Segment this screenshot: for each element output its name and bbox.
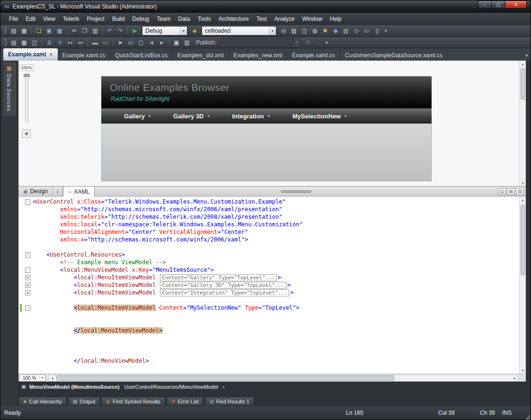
title-bar[interactable]: ∞ ExamplesCS_SL - Microsoft Visual Studi…: [0, 0, 531, 13]
code-line[interactable]: </local:MenuViewModel>: [18, 357, 519, 365]
tab-quickstartlistbox-cs[interactable]: QuickStartListBox.cs: [110, 50, 173, 61]
editor-vertical-scrollbar[interactable]: ▲ ▼: [519, 197, 526, 374]
publish-icon[interactable]: ↺: [302, 37, 313, 47]
start-debugging-icon[interactable]: ▶: [130, 26, 140, 36]
toolbar-overflow-chevron-icon[interactable]: ▾: [323, 40, 330, 45]
find-in-files-icon[interactable]: ◈: [189, 26, 200, 36]
code-line[interactable]: [18, 342, 519, 349]
expand-region-icon[interactable]: +: [25, 283, 30, 288]
collapse-region-icon[interactable]: -: [25, 199, 30, 205]
menu-tools[interactable]: Tools: [194, 14, 215, 24]
code-line[interactable]: [18, 319, 519, 327]
menu-architecture[interactable]: Architecture: [215, 14, 253, 24]
object-browser-icon[interactable]: ◍: [310, 26, 320, 36]
design-zoom-value[interactable]: 100%: [19, 64, 33, 71]
new-project-icon[interactable]: ▤: [9, 26, 19, 36]
split-vertical-button[interactable]: ◫: [498, 188, 506, 195]
toolbar-grip[interactable]: [4, 39, 7, 46]
panel-tab-output[interactable]: ▤Output: [68, 397, 100, 406]
menu-test[interactable]: Test: [253, 14, 271, 24]
resize-grip-icon[interactable]: ◢: [524, 413, 530, 420]
group-icon[interactable]: ▣: [171, 37, 182, 47]
scroll-right-icon[interactable]: ►: [512, 375, 518, 381]
data-table-icon[interactable]: ▦: [19, 37, 29, 47]
code-line[interactable]: [18, 296, 519, 304]
toolbar-overflow-chevron-icon[interactable]: ▾: [382, 28, 389, 33]
save-icon[interactable]: ▣: [44, 26, 54, 36]
design-menu-gallery-3d[interactable]: Gallery 3D▾: [173, 113, 209, 120]
menu-file[interactable]: File: [5, 14, 22, 24]
properties-window-icon[interactable]: ◫: [299, 26, 310, 36]
close-tab-icon[interactable]: ✕: [49, 52, 53, 57]
code-line[interactable]: [18, 312, 519, 319]
code-area[interactable]: -<UserControl x:Class="Telerik.Windows.E…: [18, 197, 519, 374]
expand-region-icon[interactable]: +: [25, 290, 30, 295]
uncomment-icon[interactable]: ▭: [100, 37, 111, 47]
scrollbar-thumb[interactable]: [521, 68, 525, 99]
tab-example-xaml[interactable]: Example.xaml✕: [3, 48, 58, 61]
code-line[interactable]: HorizontalAlignment="Center" VerticalAli…: [18, 228, 519, 236]
document-list-chevron-icon[interactable]: ▾: [523, 53, 531, 61]
scrollbar-thumb[interactable]: [56, 375, 394, 381]
tab-customerssampledatasource-xaml-cs[interactable]: CustomersSampleDataSource.xaml.cs: [340, 50, 448, 61]
menu-team[interactable]: Team: [153, 14, 174, 24]
split-horizontal-button[interactable]: ⊟: [507, 188, 515, 195]
add-item-icon[interactable]: ▦: [19, 26, 29, 36]
tab-examples-new-xml[interactable]: Examples_new.xml: [229, 50, 287, 61]
code-line[interactable]: - <UserControl.Resources>: [18, 251, 519, 259]
toolbox-icon[interactable]: ✱: [320, 26, 330, 36]
scrollbar-thumb[interactable]: [521, 205, 525, 275]
undo-icon[interactable]: ↶: [105, 26, 115, 36]
scroll-up-icon[interactable]: ▲: [520, 61, 526, 67]
panel-tab-find-symbol-results[interactable]: ◎Find Symbol Results: [101, 397, 165, 406]
cut-icon[interactable]: ✂: [69, 26, 80, 36]
pointer-tool-icon[interactable]: ➤: [115, 37, 125, 47]
code-line[interactable]: + <local:MenuItemViewModel Content="Inte…: [18, 289, 519, 296]
code-line[interactable]: [18, 334, 519, 342]
previous-element-icon[interactable]: ◄: [146, 37, 157, 47]
refresh-icon[interactable]: ◌: [313, 37, 323, 47]
close-button[interactable]: ✕: [505, 0, 527, 9]
panel-tab-find-results-1[interactable]: ◎Find Results 1: [205, 397, 254, 406]
tab-example-xaml-cs[interactable]: Example.xaml.cs: [287, 50, 340, 61]
design-zoom-slider[interactable]: [25, 73, 28, 122]
data-sources-tab[interactable]: ▦ Data Sources: [3, 63, 16, 116]
design-surface[interactable]: 100% ✥ Online Examples Browser RadChart …: [18, 61, 526, 186]
maximize-button[interactable]: ▢: [492, 0, 505, 9]
combo-arrow-icon[interactable]: ▾: [269, 27, 276, 35]
paste-icon[interactable]: ▥: [90, 26, 100, 36]
next-element-icon[interactable]: ►: [157, 37, 167, 47]
swap-panes-button[interactable]: ↕: [53, 187, 63, 196]
editor-horizontal-scrollbar[interactable]: ◄ ►: [48, 375, 519, 382]
code-line[interactable]: xmlns:x="http://schemas.microsoft.com/wi…: [18, 236, 519, 243]
code-line[interactable]: - <local:MenuViewModel x:Key="MenuItemsS…: [18, 266, 519, 274]
xaml-view-tab[interactable]: ◇ XAML: [63, 187, 95, 197]
menu-build[interactable]: Build: [108, 14, 129, 24]
start-page-icon[interactable]: ◆: [330, 26, 341, 36]
design-view-tab[interactable]: ▣ Design: [18, 187, 53, 196]
collapsed-region-box[interactable]: Content="Gallery 3D" Type="TopLevel"...: [160, 282, 286, 289]
splitter-grip-handle[interactable]: [281, 190, 311, 193]
copy-icon[interactable]: ❐: [80, 26, 90, 36]
minimize-button[interactable]: –: [478, 0, 492, 9]
save-all-icon[interactable]: ▩: [54, 26, 65, 36]
find-symbol-icon[interactable]: ◎: [278, 26, 289, 36]
scroll-down-icon[interactable]: ▼: [520, 367, 526, 374]
scroll-up-icon[interactable]: ▲: [520, 197, 526, 203]
redo-icon[interactable]: ↷: [115, 26, 125, 36]
collapsed-region-box[interactable]: Content="Gallery" Type="TopLevel"...: [160, 274, 276, 281]
rectangle-tool-icon[interactable]: ▭: [125, 37, 136, 47]
solution-explorer-icon[interactable]: ▧: [289, 26, 299, 36]
code-line[interactable]: - <local:MenuItemViewModel Content="MySe…: [18, 304, 519, 312]
tab-example-xaml-cs[interactable]: Example.xaml.cs: [58, 50, 111, 61]
panel-tab-error-list[interactable]: ⊗Error List: [167, 397, 204, 406]
collapse-region-icon[interactable]: -: [25, 305, 30, 311]
collapse-pane-button[interactable]: ⊡: [516, 188, 524, 195]
tab-examples-old-xml[interactable]: Examples_old.xml: [173, 50, 229, 61]
scroll-left-icon[interactable]: ◄: [49, 375, 55, 381]
fit-to-screen-button[interactable]: ✥: [22, 130, 31, 138]
design-menu-integration[interactable]: Integration▾: [232, 113, 269, 120]
schema-view-icon[interactable]: ▤: [9, 37, 19, 47]
menu-edit[interactable]: Edit: [22, 14, 39, 24]
increase-indent-icon[interactable]: ↦: [75, 37, 86, 47]
